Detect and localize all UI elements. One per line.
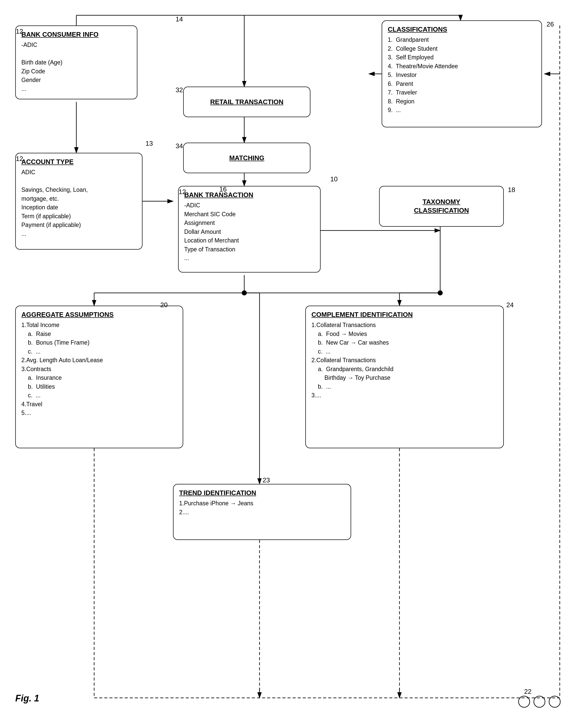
bank-transaction-box: BANK TRANSACTION -ADIC Merchant SIC Code… xyxy=(178,186,320,273)
retail-transaction-box: RETAIL TRANSACTION xyxy=(183,86,310,117)
label-26: 26 xyxy=(547,20,554,28)
classifications-box: CLASSIFICATIONS 1. Grandparent 2. Colleg… xyxy=(382,20,542,127)
label-12-bank: 12 xyxy=(178,188,186,196)
label-22: 22 xyxy=(524,688,531,696)
classifications-content: 1. Grandparent 2. College Student 3. Sel… xyxy=(388,35,536,115)
label-32: 32 xyxy=(175,86,183,94)
bank-transaction-content: -ADIC Merchant SIC Code Assignment Dolla… xyxy=(184,201,314,263)
label-14: 14 xyxy=(175,15,183,23)
trend-identification-title: TREND IDENTIFICATION xyxy=(179,489,345,497)
svg-point-17 xyxy=(438,291,443,296)
svg-point-19 xyxy=(242,291,247,296)
taxonomy-classification-box: TAXONOMYCLASSIFICATION xyxy=(379,186,504,227)
aggregate-assumptions-box: AGGREGATE ASSUMPTIONS 1.Total Income a. … xyxy=(15,306,183,448)
classifications-title: CLASSIFICATIONS xyxy=(388,25,536,33)
bank-consumer-info-content: -ADIC Birth date (Age) Zip Code Gender .… xyxy=(21,40,131,93)
svg-point-34 xyxy=(534,696,545,707)
svg-point-35 xyxy=(549,696,560,707)
account-type-title: ACCOUNT TYPE xyxy=(21,158,136,166)
label-18: 18 xyxy=(508,186,515,194)
complement-identification-content: 1.Collateral Transactions a. Food → Movi… xyxy=(311,321,498,400)
label-34: 34 xyxy=(175,142,183,150)
bank-consumer-info-title: BANK CONSUMER INFO xyxy=(21,31,131,38)
diagram: BANK CONSUMER INFO -ADIC Birth date (Age… xyxy=(0,0,588,719)
matching-title: MATCHING xyxy=(229,154,264,162)
fig-label: Fig. 1 xyxy=(15,693,39,704)
aggregate-assumptions-content: 1.Total Income a. Raise b. Bonus (Time F… xyxy=(21,321,177,417)
aggregate-assumptions-title: AGGREGATE ASSUMPTIONS xyxy=(21,311,177,319)
label-10: 10 xyxy=(330,175,338,183)
complement-identification-box: COMPLEMENT IDENTIFICATION 1.Collateral T… xyxy=(305,306,504,448)
retail-transaction-title: RETAIL TRANSACTION xyxy=(210,98,284,106)
complement-identification-title: COMPLEMENT IDENTIFICATION xyxy=(311,311,498,319)
matching-box: MATCHING xyxy=(183,143,310,173)
svg-point-33 xyxy=(519,696,530,707)
label-13: 13 xyxy=(146,140,153,147)
taxonomy-classification-title: TAXONOMYCLASSIFICATION xyxy=(414,198,469,215)
label-24: 24 xyxy=(506,301,514,309)
bank-consumer-info-box: BANK CONSUMER INFO -ADIC Birth date (Age… xyxy=(15,25,138,99)
label-12-consumer: 12 xyxy=(16,27,23,35)
trend-identification-box: TREND IDENTIFICATION 1.Purchase iPhone →… xyxy=(173,484,351,540)
account-type-content: ADIC Savings, Checking, Loan, mortgage, … xyxy=(21,168,136,238)
account-type-box: ACCOUNT TYPE ADIC Savings, Checking, Loa… xyxy=(15,153,143,249)
trend-identification-content: 1.Purchase iPhone → Jeans 2.... xyxy=(179,499,345,517)
label-16: 16 xyxy=(219,185,227,193)
bank-transaction-title: BANK TRANSACTION xyxy=(184,191,314,199)
label-20: 20 xyxy=(160,301,168,309)
label-23: 23 xyxy=(262,476,270,484)
label-12-account: 12 xyxy=(16,155,23,163)
